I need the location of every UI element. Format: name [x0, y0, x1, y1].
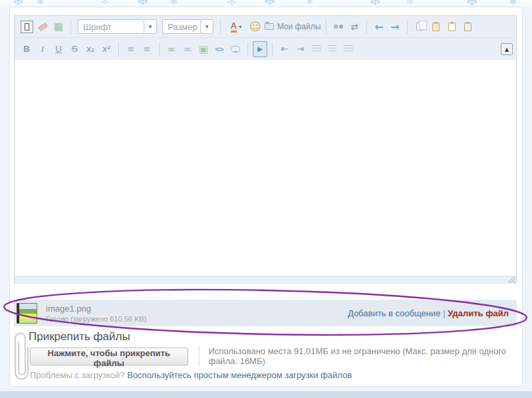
font-size-dropdown[interactable]: Размер ▾	[162, 19, 213, 34]
attachment-thumbnail	[17, 303, 37, 324]
align-right-button[interactable]	[341, 41, 356, 57]
toolbar-separator	[326, 19, 327, 34]
strikethrough-button[interactable]: S	[67, 41, 82, 57]
insert-link-button[interactable]: ∞	[164, 41, 179, 57]
paste-plain-text-icon	[448, 23, 456, 31]
toolbar-separator	[407, 19, 408, 34]
outdent-button[interactable]: ⇤	[277, 41, 292, 57]
snow-pattern-banner: ❄ ❄ ❄ ❄ ❄ ❄ ❄ ❄ ❄ ❄ ❄ ❄	[0, 0, 532, 7]
snowflake-icon: ❄	[263, 0, 277, 7]
superscript-button[interactable]: x²	[99, 41, 114, 57]
replace-icon: ⇄	[350, 21, 358, 32]
chevron-down-icon[interactable]: ▾	[201, 19, 213, 34]
attachment-actions: Добавить в сообщение | Удалить файл	[348, 308, 509, 318]
storage-usage-text: Использовано места 91,01МБ из не огранич…	[208, 346, 522, 366]
rich-text-editor: ▦ Шрифт ▾ Размер ▾ A ▾ ☺ Мои файлы	[14, 15, 517, 284]
paperclip-icon	[13, 328, 30, 386]
font-size-value[interactable]: Размер	[162, 19, 201, 34]
emoticons-button[interactable]: ☺	[248, 19, 263, 35]
snowflake-icon: ❄	[170, 0, 178, 7]
attach-files-title: Прикрепить файлы	[29, 330, 130, 344]
paste-from-word-button[interactable]	[460, 19, 475, 35]
align-center-button[interactable]	[325, 41, 340, 57]
post-editor-panel: ▦ Шрифт ▾ Размер ▾ A ▾ ☺ Мои файлы	[9, 7, 523, 387]
attachment-meta: image1.png Готово (загружено 610.56 KB)	[46, 304, 146, 323]
resize-grip[interactable]	[507, 276, 515, 283]
insert-media-button[interactable]: ▶	[253, 41, 267, 57]
toolbar-separator	[247, 42, 248, 56]
bulleted-list-button[interactable]: ≡	[124, 41, 138, 57]
remove-link-button[interactable]: ∞	[180, 41, 195, 57]
find-button[interactable]	[331, 19, 346, 35]
snowflake-icon: ❄	[100, 0, 110, 7]
remove-format-button[interactable]	[35, 19, 50, 35]
snowflake-icon: ❄	[369, 0, 381, 7]
delete-file-link[interactable]: Удалить файл	[448, 308, 509, 318]
my-files-button[interactable]: Мои файлы	[264, 19, 321, 35]
align-right-icon	[344, 45, 353, 52]
toolbar-separator	[159, 42, 160, 56]
insert-code-button[interactable]: <>	[212, 41, 227, 57]
italic-button[interactable]: I	[35, 41, 50, 57]
insert-image-button[interactable]: ▣	[196, 41, 211, 57]
insert-quote-button[interactable]	[228, 41, 243, 57]
table-icon: ▦	[54, 21, 63, 33]
speech-bubble-icon	[231, 46, 240, 52]
align-left-button[interactable]	[309, 41, 324, 57]
attachment-filename: image1.png	[46, 304, 146, 314]
undo-button[interactable]: ←	[372, 19, 386, 35]
snowflake-icon: ❄	[406, 0, 414, 7]
redo-arrow-icon: →	[390, 21, 399, 33]
font-color-icon: A	[231, 21, 237, 33]
toolbar-separator	[118, 42, 119, 56]
font-color-button[interactable]: A ▾	[225, 19, 247, 35]
editing-mode-switch-icon	[21, 21, 33, 33]
attach-files-button[interactable]: Нажмите, чтобы прикрепить файлы	[30, 348, 188, 365]
editor-content-area[interactable]	[15, 60, 516, 276]
align-center-icon	[329, 45, 336, 52]
snowflake-icon: ❄	[466, 0, 478, 7]
font-family-dropdown[interactable]: Шрифт ▾	[78, 19, 157, 34]
font-family-value[interactable]: Шрифт	[78, 19, 144, 34]
chevron-down-icon[interactable]: ▾	[144, 19, 157, 34]
smiley-icon: ☺	[249, 20, 261, 33]
toolbar-separator	[272, 42, 273, 56]
snowflake-icon: ❄	[226, 0, 237, 7]
simple-uploader-link[interactable]: Воспользуйтесь простым менеджером загруз…	[127, 370, 352, 380]
upload-problems-line: Проблемы с загрузкой? Воспользуйтесь про…	[30, 370, 352, 380]
add-to-post-link[interactable]: Добавить в сообщение	[348, 308, 441, 318]
vertical-divider	[199, 346, 200, 366]
toggle-editing-mode-button[interactable]	[19, 19, 34, 35]
snowflake-icon: ❄	[37, 0, 45, 7]
editor-status-bar	[15, 276, 516, 284]
subscript-button[interactable]: x₂	[83, 41, 98, 57]
copy-button[interactable]	[412, 19, 427, 35]
my-files-label: Мои файлы	[277, 22, 321, 31]
numbered-list-button[interactable]: ≡	[140, 41, 154, 57]
indent-button[interactable]: ⇥	[293, 41, 308, 57]
binoculars-search-icon	[334, 25, 338, 29]
toolbar-separator	[70, 19, 71, 34]
replace-button[interactable]: ⇄	[347, 19, 362, 35]
paste-plain-text-button[interactable]	[444, 19, 459, 35]
page-footer-strip	[0, 391, 532, 398]
chevron-down-icon: ▾	[239, 24, 241, 30]
copy-icon	[416, 23, 423, 31]
insert-table-button[interactable]: ▦	[51, 19, 66, 35]
underline-button[interactable]: U	[51, 41, 66, 57]
collapse-toolbar-button[interactable]: ▲	[501, 43, 513, 55]
snowflake-icon: ❄	[136, 0, 150, 7]
bold-button[interactable]: B	[19, 41, 34, 57]
attach-controls: Нажмите, чтобы прикрепить файлы Использо…	[30, 346, 522, 366]
editor-toolbar-row2: B I U S x₂ x² ≡ ≡ ∞ ∞ ▣ <> ▶ ⇤ ⇥	[15, 38, 516, 60]
paste-from-word-icon	[464, 23, 471, 31]
upload-problems-text: Проблемы с загрузкой?	[30, 370, 125, 380]
link-separator: |	[443, 308, 445, 318]
toolbar-separator	[220, 19, 221, 34]
snowflake-icon: ❄	[12, 0, 24, 7]
align-left-icon	[312, 45, 321, 52]
folder-icon	[265, 23, 274, 30]
snowflake-icon: ❄	[509, 0, 517, 7]
redo-button[interactable]: →	[388, 19, 402, 35]
paste-button[interactable]	[428, 19, 443, 35]
